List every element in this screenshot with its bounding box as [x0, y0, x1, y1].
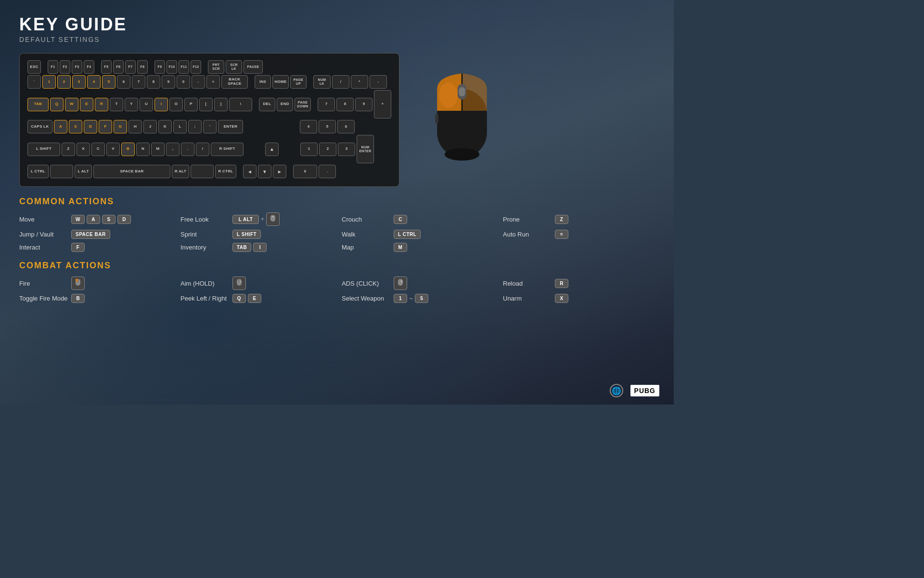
- key-end: END: [277, 98, 293, 111]
- key-k: K: [158, 120, 172, 133]
- key-num8: 8: [336, 98, 354, 111]
- kb-row-asdf: CAPS LK A S D F G H J K L ; ' ENTER 4 5: [27, 120, 391, 133]
- key-r: R: [95, 98, 108, 111]
- action-map: Map M: [342, 243, 493, 252]
- key-u: U: [140, 98, 153, 111]
- key-f2: F2: [60, 60, 70, 74]
- key-blank3: [280, 120, 293, 133]
- key-f4: F4: [84, 60, 94, 74]
- key-badge-c: C: [394, 215, 407, 224]
- action-interact: Interact F: [19, 243, 171, 252]
- key-badge-1: 1: [394, 294, 407, 303]
- key-f1: F1: [48, 60, 58, 74]
- svg-rect-9: [272, 216, 274, 218]
- svg-rect-3: [459, 87, 465, 96]
- key-badge-z: Z: [555, 215, 568, 224]
- key-space: SPACE BAR: [93, 165, 170, 178]
- key-pause: PAUSE: [244, 60, 263, 74]
- action-weapon: Select Weapon 1 ~ 5: [342, 294, 493, 303]
- key-blank1: [250, 120, 263, 133]
- key-1: 1: [42, 75, 56, 89]
- action-walk: Walk L CTRL: [342, 230, 493, 239]
- page-title: KEY GUIDE: [19, 14, 654, 35]
- key-y: Y: [125, 98, 138, 111]
- key-right: ►: [273, 165, 286, 178]
- key-5: 5: [102, 75, 116, 89]
- action-interact-label: Interact: [19, 244, 67, 251]
- key-del: DEL: [259, 98, 275, 111]
- action-weapon-label: Select Weapon: [342, 295, 390, 302]
- key-num9: 9: [355, 98, 372, 111]
- action-ads-keys: [394, 276, 407, 290]
- key-f12: F12: [191, 60, 201, 74]
- key-x: X: [77, 143, 90, 156]
- key-esc: ESC: [27, 60, 41, 74]
- action-prone: Prone Z: [503, 212, 654, 226]
- action-fire-keys: [71, 276, 85, 290]
- tilde-sign: ~: [409, 295, 413, 302]
- key-numenter: NUMENTER: [357, 135, 374, 163]
- svg-point-5: [445, 148, 479, 161]
- action-peek-keys: Q E: [232, 294, 261, 303]
- combat-actions-title: COMBAT ACTIONS: [19, 261, 654, 271]
- key-6: 6: [117, 75, 130, 89]
- key-b: B: [121, 143, 135, 156]
- action-autorun-keys: =: [555, 230, 568, 239]
- action-sprint: Sprint L SHIFT: [180, 230, 332, 239]
- key-badge-q: Q: [232, 294, 246, 303]
- key-t: T: [110, 98, 123, 111]
- key-badge-x: X: [555, 294, 568, 303]
- action-walk-label: Walk: [342, 231, 390, 238]
- key-home: HOME: [272, 75, 289, 89]
- key-spacer: [42, 60, 46, 74]
- key-ralt: R ALT: [172, 165, 189, 178]
- key-enter: ENTER: [218, 120, 243, 133]
- key-f10: F10: [167, 60, 177, 74]
- key-spacer13: [238, 165, 242, 178]
- action-aim: Aim (HOLD): [180, 276, 332, 290]
- action-unarm: Unarm X: [503, 294, 654, 303]
- key-spacer7: [254, 98, 257, 111]
- key-num2: 2: [319, 143, 336, 156]
- action-freelook-keys: L ALT +: [232, 212, 280, 226]
- keyboard-diagram: ESC F1 F2 F3 F4 F5 F6 F7 F8 F9 F10 F11 F…: [19, 53, 399, 187]
- key-badge-m: M: [394, 243, 407, 252]
- key-num6: 6: [337, 120, 355, 133]
- key-badge-i: I: [253, 243, 267, 252]
- key-g: G: [114, 120, 127, 133]
- action-prone-keys: Z: [555, 215, 568, 224]
- key-badge-a: A: [87, 215, 100, 224]
- key-ins: INS: [255, 75, 271, 89]
- key-lalt: L ALT: [75, 165, 92, 178]
- key-num7: 7: [318, 98, 335, 111]
- key-i: I: [154, 98, 168, 111]
- action-firemode-keys: B: [71, 294, 85, 303]
- key-spacer2: [96, 60, 100, 74]
- key-q: Q: [50, 98, 64, 111]
- key-badge-equals: =: [555, 230, 568, 239]
- key-num3: 3: [338, 143, 355, 156]
- action-aim-label: Aim (HOLD): [180, 280, 229, 287]
- action-weapon-keys: 1 ~ 5: [394, 294, 428, 303]
- key-num5: 5: [319, 120, 336, 133]
- action-unarm-keys: X: [555, 294, 568, 303]
- key-w: W: [65, 98, 78, 111]
- kb-row-fn: ESC F1 F2 F3 F4 F5 F6 F7 F8 F9 F10 F11 F…: [27, 60, 391, 74]
- key-spacer4: [203, 60, 206, 74]
- action-autorun: Auto Run =: [503, 230, 654, 239]
- kb-row-zxcv: L SHIFT Z X C V B N M , . / R SHIFT ▲ 1 …: [27, 135, 391, 163]
- key-numslash: /: [332, 75, 349, 89]
- key-2: 2: [57, 75, 71, 89]
- key-f3: F3: [72, 60, 82, 74]
- action-reload-label: Reload: [503, 280, 551, 287]
- key-badge-mouse: [266, 212, 280, 226]
- key-o: O: [169, 98, 183, 111]
- action-map-keys: M: [394, 243, 407, 252]
- key-rwin: [191, 165, 214, 178]
- action-move-keys: W A S D: [71, 215, 131, 224]
- key-j: J: [143, 120, 157, 133]
- key-0: 0: [177, 75, 190, 89]
- key-numminus: -: [370, 75, 387, 89]
- key-lctrl: L CTRL: [27, 165, 49, 178]
- key-badge-mouse-right2: [394, 276, 407, 290]
